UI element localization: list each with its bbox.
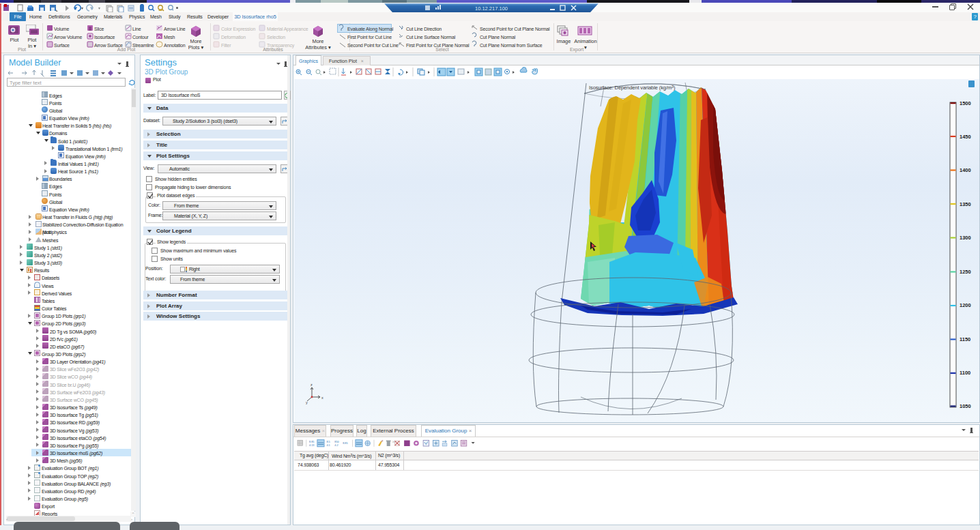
svg-text:8.85: 8.85 [309, 441, 314, 443]
svg-text:y: y [306, 400, 308, 404]
svg-text:1150: 1150 [960, 336, 970, 342]
svg-text:z: z [311, 383, 313, 387]
svg-text:1300: 1300 [960, 235, 971, 241]
svg-text:1450: 1450 [960, 134, 971, 140]
svg-text:1400: 1400 [960, 167, 971, 173]
svg-text:1500: 1500 [960, 100, 971, 106]
svg-text:1250: 1250 [960, 269, 971, 275]
svg-text:1100: 1100 [960, 370, 970, 376]
svg-text:8.5: 8.5 [326, 441, 330, 443]
svg-text:1350: 1350 [960, 201, 971, 207]
svg-text:4.2: 4.2 [334, 444, 338, 447]
svg-text:1050: 1050 [960, 403, 971, 409]
svg-text:8.85: 8.85 [343, 442, 347, 445]
svg-text:x: x [321, 396, 323, 400]
svg-text:850: 850 [334, 441, 338, 443]
svg-text:4.1: 4.1 [326, 444, 330, 447]
svg-text:10.12.217.100: 10.12.217.100 [475, 5, 508, 12]
svg-text:1200: 1200 [960, 302, 971, 308]
svg-text:4.13: 4.13 [309, 444, 314, 447]
